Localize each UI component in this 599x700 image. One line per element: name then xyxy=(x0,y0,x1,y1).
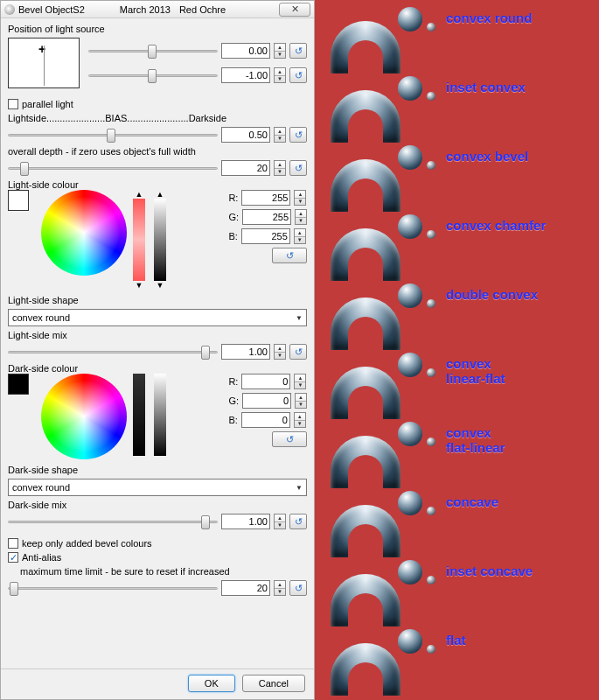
label-lightside-mix: Light-side mix xyxy=(8,330,307,340)
preview-ball xyxy=(398,214,422,239)
slider-dark-mix[interactable] xyxy=(8,514,218,529)
label-depth: overall depth - if zero uses object's fu… xyxy=(8,146,307,157)
preview-dot xyxy=(427,645,435,654)
input-dark-r[interactable]: 0 xyxy=(241,374,290,389)
preview-dot xyxy=(427,161,435,170)
preview-arch xyxy=(331,90,400,143)
spinner-light-y[interactable]: ▲▼ xyxy=(274,67,286,83)
value-bar-darkside[interactable] xyxy=(154,374,166,456)
preview-label: flat xyxy=(446,633,466,648)
input-dark-b[interactable]: 0 xyxy=(241,412,290,428)
reset-light-x[interactable]: ↺ xyxy=(289,43,307,59)
reset-bias[interactable]: ↺ xyxy=(289,127,307,143)
reset-icon: ↺ xyxy=(295,130,303,141)
reset-light-mix[interactable]: ↺ xyxy=(289,344,307,360)
preview-arch xyxy=(331,574,400,626)
cancel-button[interactable]: Cancel xyxy=(242,675,305,692)
reset-dark-mix[interactable]: ↺ xyxy=(289,514,307,529)
preview-label: double convex xyxy=(446,287,538,302)
input-light-x[interactable]: 0.00 xyxy=(221,43,270,59)
preview-label: convex linear-flat xyxy=(446,356,505,386)
preview-label: inset convex xyxy=(446,80,526,94)
preview-arch xyxy=(331,21,400,74)
light-position-pad[interactable]: + xyxy=(8,38,80,88)
swatch-darkside[interactable] xyxy=(8,374,29,395)
label-darkside-shape: Dark-side shape xyxy=(8,465,307,475)
input-bias[interactable]: 0.50 xyxy=(221,127,270,143)
reset-dark-colour[interactable]: ↺ xyxy=(272,431,307,447)
dropdown-lightside-shape[interactable]: convex round xyxy=(8,309,307,326)
sat-bar-darkside[interactable] xyxy=(133,374,145,456)
swatch-lightside[interactable] xyxy=(8,190,29,211)
input-light-g[interactable]: 255 xyxy=(242,209,291,225)
input-dark-g[interactable]: 0 xyxy=(242,393,291,409)
preview-ball xyxy=(398,145,422,170)
preview-ball xyxy=(398,422,422,446)
input-light-y[interactable]: -1.00 xyxy=(221,67,270,83)
reset-light-colour[interactable]: ↺ xyxy=(272,248,307,263)
spinner-dark-mix[interactable]: ▲▼ xyxy=(274,514,286,529)
label-b: B: xyxy=(228,231,237,242)
spinner-dark-r[interactable]: ▲▼ xyxy=(294,374,306,389)
arrow-down-icon: ▼ xyxy=(136,281,143,290)
input-light-r[interactable]: 255 xyxy=(241,190,290,206)
preview-label: concave xyxy=(446,494,498,509)
input-dark-mix[interactable]: 1.00 xyxy=(221,514,270,529)
dropdown-darkside-shape[interactable]: convex round xyxy=(8,479,307,496)
checkbox-keep-colours[interactable] xyxy=(8,538,18,549)
spinner-bias[interactable]: ▲▼ xyxy=(274,127,286,143)
checkbox-antialias[interactable]: ✓ xyxy=(8,552,18,563)
input-light-mix[interactable]: 1.00 xyxy=(221,344,270,360)
preview-arch xyxy=(331,436,400,488)
title-author: Red Ochre xyxy=(179,4,226,15)
hue-bar-lightside[interactable] xyxy=(133,199,145,281)
input-light-b[interactable]: 255 xyxy=(241,228,290,244)
reset-icon: ↺ xyxy=(295,346,303,358)
slider-light-mix[interactable] xyxy=(8,344,218,360)
label-b: B: xyxy=(228,415,237,425)
slider-timelimit[interactable] xyxy=(8,580,218,596)
spinner-light-mix[interactable]: ▲▼ xyxy=(274,344,286,360)
titlebar[interactable]: Bevel ObjectS2 March 2013 Red Ochre ✕ xyxy=(1,1,314,18)
input-depth[interactable]: 20 xyxy=(221,160,270,176)
reset-light-y[interactable]: ↺ xyxy=(289,67,307,83)
spinner-timelimit[interactable]: ▲▼ xyxy=(274,580,286,596)
reset-icon: ↺ xyxy=(286,434,294,445)
ok-button[interactable]: OK xyxy=(188,675,235,692)
checkbox-parallel-light[interactable] xyxy=(8,99,18,109)
slider-bias[interactable] xyxy=(8,127,218,143)
preview-arch xyxy=(331,298,400,350)
label-lightside-shape: Light-side shape xyxy=(8,295,307,305)
label-g: G: xyxy=(228,396,239,406)
reset-icon: ↺ xyxy=(295,70,303,81)
spinner-depth[interactable]: ▲▼ xyxy=(274,160,286,176)
preview-dot xyxy=(427,438,435,446)
slider-depth[interactable] xyxy=(8,160,218,176)
colorwheel-lightside[interactable] xyxy=(41,190,127,276)
preview-label: convex bevel xyxy=(446,149,528,164)
spinner-dark-b[interactable]: ▲▼ xyxy=(294,412,306,428)
reset-depth[interactable]: ↺ xyxy=(289,160,307,176)
preview-ball xyxy=(398,7,422,32)
reset-timelimit[interactable]: ↺ xyxy=(289,580,307,596)
close-button[interactable]: ✕ xyxy=(279,3,310,17)
spinner-light-x[interactable]: ▲▼ xyxy=(274,43,286,59)
spinner-dark-g[interactable]: ▲▼ xyxy=(295,393,307,409)
preview-label: convex round xyxy=(446,10,532,25)
slider-light-x[interactable] xyxy=(88,43,218,59)
preview-ball xyxy=(398,284,422,308)
label-r: R: xyxy=(228,376,238,387)
value-bar-lightside[interactable] xyxy=(154,199,166,281)
colorwheel-darkside[interactable] xyxy=(41,374,127,459)
slider-light-y[interactable] xyxy=(88,67,218,83)
spinner-light-r[interactable]: ▲▼ xyxy=(294,190,306,206)
arrow-down-icon: ▼ xyxy=(157,281,164,290)
spinner-light-g[interactable]: ▲▼ xyxy=(295,209,307,225)
preview-arch xyxy=(331,643,400,696)
window-title: Bevel ObjectS2 xyxy=(18,4,85,15)
input-timelimit[interactable]: 20 xyxy=(221,580,270,596)
preview-dot xyxy=(427,230,435,239)
preview-label: inset concave xyxy=(446,564,533,578)
spinner-light-b[interactable]: ▲▼ xyxy=(294,228,306,244)
label-darkside-colour: Dark-side colour xyxy=(8,363,307,374)
